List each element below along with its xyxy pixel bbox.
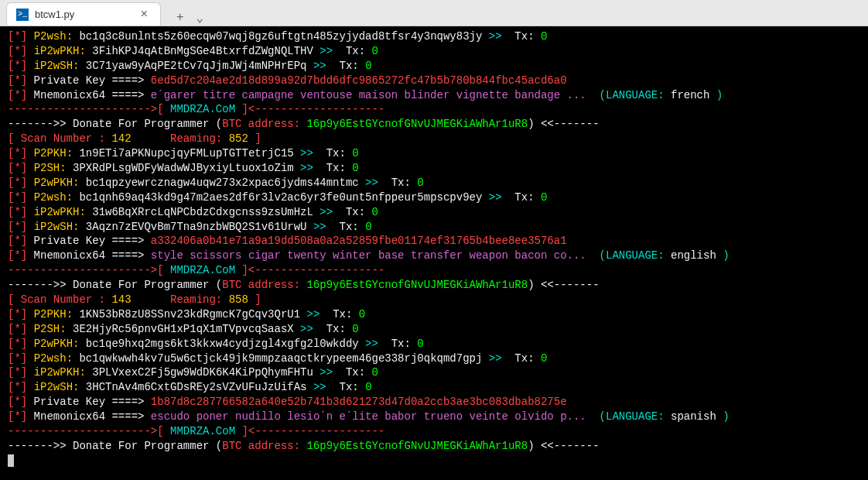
new-tab-button[interactable]: + bbox=[170, 11, 190, 25]
tab-bar: >_ btcw1.py × + ⌄ bbox=[0, 0, 868, 26]
tab-btcw1[interactable]: >_ btcw1.py × bbox=[6, 2, 161, 26]
powershell-icon: >_ bbox=[16, 9, 29, 21]
tab-actions: + ⌄ bbox=[164, 10, 216, 26]
close-icon[interactable]: × bbox=[137, 8, 151, 22]
tab-dropdown-icon[interactable]: ⌄ bbox=[190, 10, 210, 26]
tab-title: btcw1.py bbox=[35, 9, 137, 20]
terminal-output[interactable]: [*] P2wsh: bc1q3c8unlnts5z60ecqw07wqj8gz… bbox=[0, 26, 868, 480]
terminal-window: >_ btcw1.py × + ⌄ [*] P2wsh: bc1q3c8unln… bbox=[0, 0, 868, 480]
